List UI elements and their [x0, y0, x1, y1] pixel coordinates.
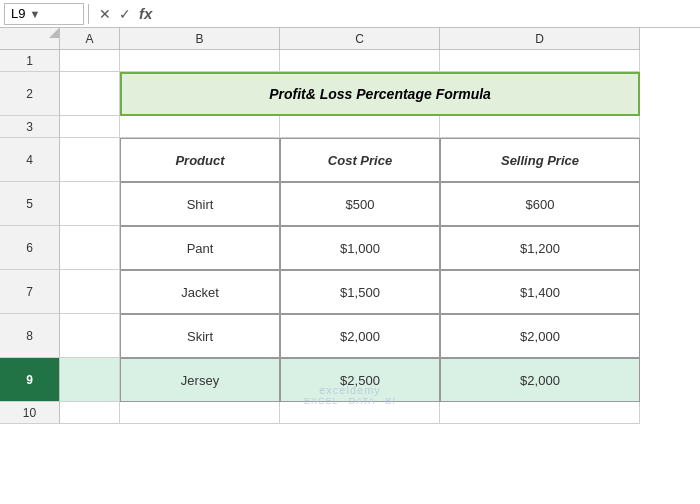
formula-input[interactable]	[158, 3, 696, 25]
cell-c7[interactable]: $1,500	[280, 270, 440, 314]
data-d7: $1,400	[520, 285, 560, 300]
cell-c3[interactable]	[280, 116, 440, 138]
row-num-6: 6	[0, 226, 60, 270]
cell-d6[interactable]: $1,200	[440, 226, 640, 270]
name-box[interactable]: L9 ▼	[4, 3, 84, 25]
header-cost-price: Cost Price	[328, 153, 392, 168]
data-d5: $600	[526, 197, 555, 212]
data-d8: $2,000	[520, 329, 560, 344]
row-10: 10	[0, 402, 700, 424]
header-product: Product	[175, 153, 224, 168]
row-3: 3	[0, 116, 700, 138]
cell-c4-header[interactable]: Cost Price	[280, 138, 440, 182]
row-num-1: 1	[0, 50, 60, 72]
data-d6: $1,200	[520, 241, 560, 256]
title-cell[interactable]: Profit& Loss Percentage Formula	[120, 72, 640, 116]
col-header-a[interactable]: A	[60, 28, 120, 50]
row-num-4: 4	[0, 138, 60, 182]
cell-a6[interactable]	[60, 226, 120, 270]
data-c5: $500	[346, 197, 375, 212]
row-num-5: 5	[0, 182, 60, 226]
cell-d1[interactable]	[440, 50, 640, 72]
formula-bar-divider	[88, 4, 89, 24]
row-4: 4 Product Cost Price Selling Price	[0, 138, 700, 182]
row-num-2: 2	[0, 72, 60, 116]
spreadsheet-container: A B C D 1 2 Profit& Loss Percentage Form…	[0, 28, 700, 424]
cell-b3[interactable]	[120, 116, 280, 138]
spreadsheet: A B C D 1 2 Profit& Loss Percentage Form…	[0, 28, 700, 424]
row-6: 6 Pant $1,000 $1,200	[0, 226, 700, 270]
svg-marker-0	[49, 28, 59, 38]
header-selling-price: Selling Price	[501, 153, 579, 168]
cell-a5[interactable]	[60, 182, 120, 226]
cell-b4-header[interactable]: Product	[120, 138, 280, 182]
column-headers: A B C D	[0, 28, 700, 50]
data-c7: $1,500	[340, 285, 380, 300]
data-b5: Shirt	[187, 197, 214, 212]
confirm-icon[interactable]: ✓	[117, 6, 133, 22]
cell-a1[interactable]	[60, 50, 120, 72]
cell-d10[interactable]	[440, 402, 640, 424]
cell-d7[interactable]: $1,400	[440, 270, 640, 314]
cell-c10[interactable]	[280, 402, 440, 424]
cell-b6[interactable]: Pant	[120, 226, 280, 270]
col-header-b[interactable]: B	[120, 28, 280, 50]
cell-a7[interactable]	[60, 270, 120, 314]
formula-bar: L9 ▼ ✕ ✓ fx	[0, 0, 700, 28]
row-num-3: 3	[0, 116, 60, 138]
row-num-7: 7	[0, 270, 60, 314]
row-5: 5 Shirt $500 $600	[0, 182, 700, 226]
data-c9: $2,500	[340, 373, 380, 388]
cell-a8[interactable]	[60, 314, 120, 358]
cell-c8[interactable]: $2,000	[280, 314, 440, 358]
row-9: 9 Jersey $2,500 $2,000	[0, 358, 700, 402]
row-num-10: 10	[0, 402, 60, 424]
cell-a9[interactable]	[60, 358, 120, 402]
data-b7: Jacket	[181, 285, 219, 300]
row-num-9: 9	[0, 358, 60, 402]
data-b9: Jersey	[181, 373, 219, 388]
data-d9: $2,000	[520, 373, 560, 388]
row-1: 1	[0, 50, 700, 72]
col-header-d[interactable]: D	[440, 28, 640, 50]
cell-d4-header[interactable]: Selling Price	[440, 138, 640, 182]
data-b8: Skirt	[187, 329, 213, 344]
cell-a3[interactable]	[60, 116, 120, 138]
cancel-icon[interactable]: ✕	[97, 6, 113, 22]
data-c6: $1,000	[340, 241, 380, 256]
cell-a2[interactable]	[60, 72, 120, 116]
title-text: Profit& Loss Percentage Formula	[269, 86, 491, 102]
col-header-c[interactable]: C	[280, 28, 440, 50]
fx-icon[interactable]: fx	[137, 5, 154, 22]
cell-a4[interactable]	[60, 138, 120, 182]
cell-b5[interactable]: Shirt	[120, 182, 280, 226]
cell-c5[interactable]: $500	[280, 182, 440, 226]
cell-d5[interactable]: $600	[440, 182, 640, 226]
data-c8: $2,000	[340, 329, 380, 344]
cell-c1[interactable]	[280, 50, 440, 72]
row-num-8: 8	[0, 314, 60, 358]
cell-c6[interactable]: $1,000	[280, 226, 440, 270]
corner-header	[0, 28, 60, 50]
cell-b7[interactable]: Jacket	[120, 270, 280, 314]
cell-c9[interactable]: $2,500	[280, 358, 440, 402]
row-2: 2 Profit& Loss Percentage Formula	[0, 72, 700, 116]
name-box-value: L9	[11, 6, 25, 21]
row-7: 7 Jacket $1,500 $1,400	[0, 270, 700, 314]
data-b6: Pant	[187, 241, 214, 256]
row-8: 8 Skirt $2,000 $2,000	[0, 314, 700, 358]
cell-b1[interactable]	[120, 50, 280, 72]
cell-d9[interactable]: $2,000	[440, 358, 640, 402]
cell-b9[interactable]: Jersey	[120, 358, 280, 402]
cell-a10[interactable]	[60, 402, 120, 424]
cell-b8[interactable]: Skirt	[120, 314, 280, 358]
cell-d3[interactable]	[440, 116, 640, 138]
cell-b10[interactable]	[120, 402, 280, 424]
formula-icons: ✕ ✓ fx	[97, 5, 154, 22]
cell-d8[interactable]: $2,000	[440, 314, 640, 358]
